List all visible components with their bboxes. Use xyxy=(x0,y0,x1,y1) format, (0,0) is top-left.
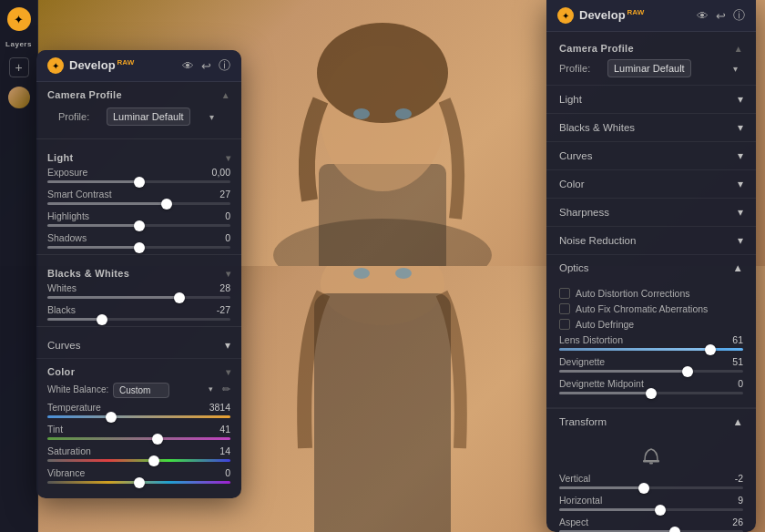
vibrance-track[interactable] xyxy=(47,481,230,484)
auto-defringe-checkbox[interactable] xyxy=(559,319,570,330)
layers-panel: ✦ Layers + xyxy=(0,0,38,532)
rp-eye-icon[interactable]: 👁 xyxy=(697,9,709,23)
blacks-track[interactable] xyxy=(47,318,230,321)
vibrance-row: Vibrance 0 xyxy=(47,467,230,484)
highlights-track[interactable] xyxy=(47,224,230,227)
svg-point-4 xyxy=(353,108,370,119)
rp-camera-profile-title: Camera Profile ▲ xyxy=(559,36,743,57)
layers-label: Layers xyxy=(5,40,32,48)
svg-rect-11 xyxy=(649,463,653,465)
devignette-row: Devignette 51 xyxy=(559,356,743,373)
develop-sun-icon: ✦ xyxy=(47,57,64,74)
blacks-whites-title[interactable]: Blacks & Whites ▾ xyxy=(47,261,230,282)
svg-point-5 xyxy=(395,108,412,119)
saturation-row: Saturation 14 xyxy=(47,445,230,462)
highlights-row: Highlights 0 xyxy=(47,210,230,227)
white-balance-row: White Balance: Custom ✏ xyxy=(47,381,230,397)
curves-section-header[interactable]: Curves ▾ xyxy=(36,332,241,359)
rp-color-header[interactable]: Color ▾ xyxy=(546,170,756,199)
wb-select-wrapper: Custom xyxy=(113,381,218,397)
exposure-track[interactable] xyxy=(47,180,230,183)
transform-icon xyxy=(559,442,743,473)
wb-edit-icon[interactable]: ✏ xyxy=(222,384,230,395)
color-section-title[interactable]: Color ▾ xyxy=(47,359,230,381)
rp-undo-icon[interactable]: ↩ xyxy=(716,9,726,23)
auto-defringe-row: Auto Defringe xyxy=(559,319,743,330)
lens-distortion-row: Lens Distortion 61 xyxy=(559,334,743,351)
rp-profile-select[interactable]: Luminar Default xyxy=(607,59,691,77)
auto-chromatic-checkbox[interactable] xyxy=(559,303,570,314)
exposure-row: Exposure 0,00 xyxy=(47,167,230,183)
rp-sharpness-header[interactable]: Sharpness ▾ xyxy=(546,199,756,227)
rp-transform-section: Transform ▲ Vertical -2 xyxy=(546,409,756,532)
profile-select-wrapper: Luminar Default xyxy=(107,107,219,126)
curves-label: Curves xyxy=(47,340,80,351)
rp-optics-header[interactable]: Optics ▲ xyxy=(546,255,756,281)
auto-distortion-row: Auto Distortion Corrections xyxy=(559,288,743,299)
aspect-row: Aspect 26 xyxy=(559,517,743,532)
layer-avatar[interactable] xyxy=(8,87,30,108)
wb-select[interactable]: Custom xyxy=(113,383,169,398)
rp-optics-content: Auto Distortion Corrections Auto Fix Chr… xyxy=(546,281,756,408)
vertical-track[interactable] xyxy=(559,486,743,489)
rp-info-icon[interactable]: ⓘ xyxy=(733,7,745,24)
color-section: Color ▾ White Balance: Custom ✏ Temperat… xyxy=(36,359,241,484)
lens-distortion-track[interactable] xyxy=(559,348,743,351)
devignette-track[interactable] xyxy=(559,370,743,373)
horizontal-row: Horizontal 9 xyxy=(559,495,743,511)
light-section-title[interactable]: Light ▾ xyxy=(47,145,230,167)
camera-profile-title: Camera Profile ▲ xyxy=(47,82,230,104)
svg-point-3 xyxy=(317,23,448,123)
whites-track[interactable] xyxy=(47,296,230,299)
temperature-row: Temperature 3814 xyxy=(47,402,230,418)
shadows-track[interactable] xyxy=(47,246,230,249)
horizontal-track[interactable] xyxy=(559,508,743,511)
left-panel: ✦ DevelopRAW 👁 ↩ ⓘ Camera Profile ▲ Prof… xyxy=(36,50,241,498)
temperature-track[interactable] xyxy=(47,415,230,418)
rp-noise-reduction-header[interactable]: Noise Reduction ▾ xyxy=(546,227,756,255)
smart-contrast-track[interactable] xyxy=(47,202,230,205)
vertical-row: Vertical -2 xyxy=(559,473,743,489)
rp-camera-profile: Camera Profile ▲ Profile: Luminar Defaul… xyxy=(546,32,756,86)
info-icon[interactable]: ⓘ xyxy=(219,57,230,74)
blacks-whites-section: Blacks & Whites ▾ Whites 28 Blacks -27 xyxy=(36,261,241,321)
left-panel-header: ✦ DevelopRAW 👁 ↩ ⓘ xyxy=(36,50,241,82)
whites-row: Whites 28 xyxy=(47,282,230,299)
rp-sun-icon: ✦ xyxy=(557,7,574,24)
right-panel-header: ✦ DevelopRAW 👁 ↩ ⓘ xyxy=(546,0,756,32)
rp-curves-header[interactable]: Curves ▾ xyxy=(546,142,756,170)
profile-select[interactable]: Luminar Default xyxy=(107,107,190,126)
rp-light-header[interactable]: Light ▾ xyxy=(546,86,756,114)
blacks-row: Blacks -27 xyxy=(47,304,230,321)
light-section: Light ▾ Exposure 0,00 Smart Contrast 27 xyxy=(36,145,241,249)
rp-title: DevelopRAW xyxy=(579,8,697,22)
svg-rect-7 xyxy=(314,293,451,532)
devignette-midpoint-track[interactable] xyxy=(559,392,743,394)
rp-sections: Light ▾ Blacks & Whites ▾ Curves ▾ Color… xyxy=(546,86,756,255)
camera-profile-section: Camera Profile ▲ Profile: Luminar Defaul… xyxy=(36,82,241,133)
svg-point-9 xyxy=(395,268,412,279)
shadows-row: Shadows 0 xyxy=(47,232,230,249)
rp-transform-header[interactable]: Transform ▲ xyxy=(546,409,756,435)
tint-track[interactable] xyxy=(47,437,230,440)
svg-rect-10 xyxy=(643,460,659,463)
add-layer-button[interactable]: + xyxy=(9,57,29,77)
eye-icon[interactable]: 👁 xyxy=(182,59,194,73)
profile-label: Profile: xyxy=(58,111,99,122)
right-panel: ✦ DevelopRAW 👁 ↩ ⓘ Camera Profile ▲ Prof… xyxy=(546,0,756,532)
auto-chromatic-row: Auto Fix Chromatic Aberrations xyxy=(559,303,743,314)
devignette-midpoint-row: Devignette Midpoint 0 xyxy=(559,378,743,394)
rp-profile-row: Profile: Luminar Default xyxy=(559,57,743,79)
saturation-track[interactable] xyxy=(47,459,230,462)
svg-point-8 xyxy=(353,268,370,279)
smart-contrast-row: Smart Contrast 27 xyxy=(47,189,230,205)
auto-distortion-checkbox[interactable] xyxy=(559,288,570,299)
rp-blacks-whites-header[interactable]: Blacks & Whites ▾ xyxy=(546,114,756,142)
camera-profile-chevron: ▲ xyxy=(221,90,230,100)
layers-sun-icon: ✦ xyxy=(7,7,31,31)
left-panel-title: DevelopRAW xyxy=(69,58,182,72)
tint-row: Tint 41 xyxy=(47,424,230,440)
rp-optics-section: Optics ▲ Auto Distortion Corrections Aut… xyxy=(546,255,756,409)
curves-chevron: ▾ xyxy=(225,339,230,352)
undo-icon[interactable]: ↩ xyxy=(201,59,211,73)
